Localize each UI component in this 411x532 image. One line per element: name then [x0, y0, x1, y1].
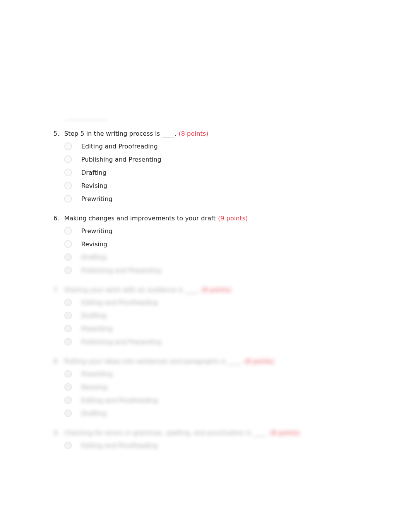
option-label: Revising	[81, 182, 107, 189]
radio-icon[interactable]	[64, 227, 72, 235]
question-header: 7.Sharing your work with an audience is …	[53, 286, 384, 293]
option[interactable]: Drafting	[64, 407, 384, 420]
question-number: 8.	[53, 358, 64, 365]
question-points: (8 points)	[270, 429, 300, 437]
radio-icon[interactable]	[64, 370, 72, 378]
option[interactable]: Editing and Proofreading	[64, 394, 384, 407]
question-header: 9.Checking for errors in grammar, spelli…	[53, 429, 384, 437]
question-number: 5.	[53, 130, 64, 137]
radio-icon[interactable]	[64, 298, 72, 306]
page: 5.Step 5 in the writing process is ____.…	[0, 0, 411, 532]
option-label: Drafting	[81, 410, 106, 417]
options-list: Editing and Proofreading	[64, 439, 384, 452]
option[interactable]: Drafting	[64, 309, 384, 322]
option[interactable]: Revising	[64, 237, 384, 251]
radio-icon[interactable]	[64, 383, 72, 391]
question-points: (8 points)	[202, 286, 231, 293]
option[interactable]: Editing and Proofreading	[64, 296, 384, 309]
option[interactable]: Prewriting	[64, 322, 384, 335]
option[interactable]: Prewriting	[64, 224, 384, 237]
questions-container: 5.Step 5 in the writing process is ____.…	[53, 130, 384, 461]
options-list: PrewritingRevisingEditing and Proofreadi…	[64, 367, 384, 420]
radio-icon[interactable]	[64, 409, 72, 417]
option-label: Publishing and Presenting	[81, 267, 161, 274]
question-2: 6.Making changes and improvements to you…	[53, 215, 384, 277]
question-text: Checking for errors in grammar, spelling…	[64, 429, 268, 437]
radio-icon[interactable]	[64, 253, 72, 261]
option[interactable]: Revising	[64, 179, 384, 192]
option[interactable]: Editing and Proofreading	[64, 140, 384, 153]
question-header: 6.Making changes and improvements to you…	[53, 215, 384, 222]
option[interactable]: Drafting	[64, 166, 384, 179]
radio-icon[interactable]	[64, 442, 72, 449]
question-4: 8.Putting your ideas into sentences and …	[53, 358, 384, 420]
question-points: (8 points)	[245, 358, 274, 365]
question-number: 7.	[53, 286, 64, 293]
option-label: Editing and Proofreading	[81, 397, 158, 404]
option[interactable]: Publishing and Presenting	[64, 264, 384, 277]
option-label: Publishing and Presenting	[81, 338, 161, 346]
question-header: 5.Step 5 in the writing process is ____.…	[53, 130, 384, 137]
option-label: Prewriting	[81, 195, 113, 203]
option-label: Editing and Proofreading	[81, 442, 158, 449]
radio-icon[interactable]	[64, 169, 72, 176]
radio-icon[interactable]	[64, 325, 72, 332]
options-list: Editing and ProofreadingDraftingPrewriti…	[64, 296, 384, 348]
option[interactable]: Revising	[64, 380, 384, 394]
radio-icon[interactable]	[64, 182, 72, 189]
option[interactable]: Prewriting	[64, 367, 384, 380]
options-list: Editing and ProofreadingPublishing and P…	[64, 140, 384, 205]
option[interactable]: Editing and Proofreading	[64, 439, 384, 452]
option[interactable]: Publishing and Presenting	[64, 153, 384, 166]
question-text: Putting your ideas into sentences and pa…	[64, 358, 242, 365]
question-text: Sharing your work with an audience is __…	[64, 286, 199, 293]
radio-icon[interactable]	[64, 396, 72, 404]
question-1: 5.Step 5 in the writing process is ____.…	[53, 130, 384, 205]
radio-icon[interactable]	[64, 142, 72, 150]
radio-icon[interactable]	[64, 195, 72, 203]
radio-icon[interactable]	[64, 155, 72, 163]
option-label: Publishing and Presenting	[81, 156, 161, 163]
question-points: (8 points)	[179, 130, 209, 137]
option-label: Prewriting	[81, 227, 113, 235]
option-label: Editing and Proofreading	[81, 143, 158, 150]
option-label: Prewriting	[81, 370, 113, 378]
radio-icon[interactable]	[64, 240, 72, 248]
radio-icon[interactable]	[64, 312, 72, 319]
question-5: 9.Checking for errors in grammar, spelli…	[53, 429, 384, 452]
question-points: (9 points)	[218, 215, 248, 222]
option-label: Drafting	[81, 169, 106, 176]
option[interactable]: Prewriting	[64, 192, 384, 205]
radio-icon[interactable]	[64, 266, 72, 274]
option[interactable]: Publishing and Presenting	[64, 335, 384, 348]
option-label: Revising	[81, 384, 107, 391]
question-number: 6.	[53, 215, 64, 222]
options-list: PrewritingRevisingDraftingPublishing and…	[64, 224, 384, 277]
option-label: Drafting	[81, 254, 106, 261]
question-header: 8.Putting your ideas into sentences and …	[53, 358, 384, 365]
ghost-line	[65, 118, 108, 122]
question-number: 9.	[53, 429, 64, 437]
question-text: Making changes and improvements to your …	[64, 215, 216, 222]
option-label: Drafting	[81, 312, 106, 319]
question-text: Step 5 in the writing process is ____.	[64, 130, 176, 137]
option-label: Prewriting	[81, 325, 113, 332]
option-label: Revising	[81, 240, 107, 248]
radio-icon[interactable]	[64, 338, 72, 346]
option-label: Editing and Proofreading	[81, 299, 158, 306]
question-3: 7.Sharing your work with an audience is …	[53, 286, 384, 348]
option[interactable]: Drafting	[64, 251, 384, 264]
